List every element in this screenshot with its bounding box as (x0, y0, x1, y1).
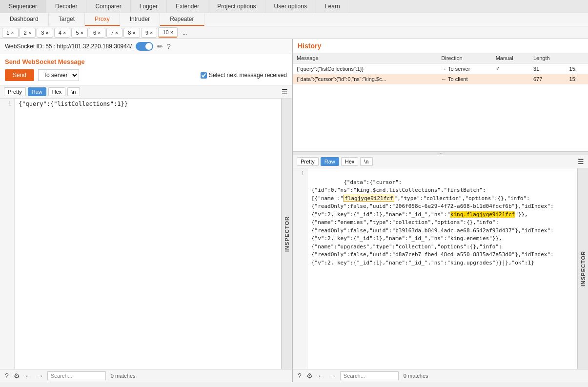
main-layout: WebSocket ID: 55 : http://101.32.220.189… (0, 39, 588, 382)
bottom-bar-left: ? ⚙ ← → 0 matches (0, 369, 292, 382)
row2-message: {"data":{"cursor":{"id":0,"ns":"king.$c.… (293, 74, 437, 84)
back-btn-right[interactable]: ← (317, 371, 325, 381)
nav-decoder[interactable]: Decoder (46, 0, 86, 13)
search-input-right[interactable] (340, 371, 399, 380)
toggle-knob (145, 43, 152, 50)
tab-more[interactable]: ... (179, 28, 191, 37)
bottom-bar-right: ? ⚙ ← → 0 matches (293, 369, 588, 382)
table-row[interactable]: {"query":{"listCollections":1}} → To ser… (293, 63, 588, 74)
line-number-1: 1 (0, 101, 11, 106)
raw-btn-bottom[interactable]: Raw (321, 157, 339, 166)
inspector-label-left: INSPECTOR (284, 216, 290, 252)
nl-btn-bottom[interactable]: \n (360, 157, 372, 166)
checkbox-text: Select next message received (209, 72, 287, 79)
history-area: History Message Direction Manual Length … (293, 39, 588, 151)
tab-9[interactable]: 9 × (141, 28, 158, 38)
pretty-btn-bottom[interactable]: Pretty (297, 157, 319, 166)
pretty-btn[interactable]: Pretty (4, 87, 26, 96)
tab-10[interactable]: 10 × (158, 27, 178, 38)
send-controls: Send To server To client Select next mes… (5, 69, 287, 81)
nav-dashboard[interactable]: Dashboard (0, 13, 49, 26)
nav-user-options[interactable]: User options (265, 0, 316, 13)
top-nav: Sequencer Decoder Comparer Logger Extend… (0, 0, 588, 13)
code-content[interactable]: {"query":{"listCollections":1}} (15, 99, 281, 369)
select-next-checkbox[interactable] (201, 72, 207, 79)
help-icon[interactable]: ? (167, 42, 171, 50)
nav-intruder[interactable]: Intruder (120, 13, 160, 26)
settings-btn-right[interactable]: ⚙ (305, 371, 314, 381)
direction-select[interactable]: To server To client (38, 69, 79, 81)
col-manual: Manual (492, 53, 529, 63)
ws-id-label: WebSocket ID: 55 : http://101.32.220.189… (5, 43, 132, 50)
tab-5[interactable]: 5 × (71, 28, 88, 38)
forward-btn-right[interactable]: → (328, 371, 337, 381)
tab-bar: 1 × 2 × 3 × 4 × 5 × 6 × 7 × 8 × 9 × 10 ×… (0, 26, 588, 39)
row1-manual: ✓ (492, 63, 529, 74)
row1-message: {"query":{"listCollections":1}} (293, 63, 437, 74)
row1-length2: 15: (566, 63, 588, 74)
tab-3[interactable]: 3 × (37, 28, 53, 38)
second-nav: Dashboard Target Proxy Intruder Repeater (0, 13, 588, 26)
inspector-label-right: INSPECTOR (580, 251, 586, 286)
row1-direction: → To server (437, 63, 491, 74)
inspector-sidebar-left[interactable]: INSPECTOR (281, 99, 292, 369)
row1-length: 31 (529, 63, 566, 74)
line-numbers: 1 (0, 99, 15, 369)
toggle-switch[interactable] (136, 42, 153, 51)
hex-btn-bottom[interactable]: Hex (341, 157, 359, 166)
col-length2 (566, 53, 588, 63)
code-editor: 1 {"query":{"listCollections":1}} INSPEC… (0, 99, 292, 369)
hex-btn[interactable]: Hex (48, 87, 66, 96)
tab-7[interactable]: 7 × (106, 28, 123, 38)
row2-length2: 15: (566, 74, 588, 84)
col-direction: Direction (437, 53, 491, 63)
history-table: Message Direction Manual Length {"query"… (293, 53, 588, 84)
settings-btn-left[interactable]: ⚙ (13, 371, 21, 381)
nav-project-options[interactable]: Project options (208, 0, 265, 13)
nav-target[interactable]: Target (49, 13, 85, 26)
send-section: Send WebSocket Message Send To server To… (0, 54, 292, 85)
bottom-toolbar: Pretty Raw Hex \n ☰ (293, 155, 588, 168)
nav-logger[interactable]: Logger (131, 0, 167, 13)
left-panel: WebSocket ID: 55 : http://101.32.220.189… (0, 39, 293, 382)
bottom-line-numbers: 1 (293, 168, 307, 369)
menu-icon[interactable]: ☰ (282, 88, 288, 96)
tab-4[interactable]: 4 × (54, 28, 71, 38)
right-panel: History Message Direction Manual Length … (293, 39, 588, 382)
tab-6[interactable]: 6 × (89, 28, 105, 38)
row2-direction: ← To client (437, 74, 491, 84)
col-message: Message (293, 53, 437, 63)
search-input-left[interactable] (47, 371, 106, 380)
row2-length: 677 (529, 74, 566, 84)
bottom-code-text: {"data":{"cursor":{"id":0,"ns":"king.$cm… (311, 179, 554, 266)
send-title: Send WebSocket Message (5, 58, 287, 65)
row2-manual (492, 74, 529, 84)
table-row[interactable]: {"data":{"cursor":{"id":0,"ns":"king.$c.… (293, 74, 588, 84)
nav-comparer[interactable]: Comparer (86, 0, 130, 13)
nav-sequencer[interactable]: Sequencer (0, 0, 46, 13)
forward-btn-left[interactable]: → (36, 371, 44, 381)
inspector-sidebar-right[interactable]: INSPECTOR (577, 168, 588, 369)
bottom-code-area: 1 {"data":{"cursor":{"id":0,"ns":"king.$… (293, 168, 588, 369)
nav-repeater[interactable]: Repeater (160, 13, 204, 26)
bottom-code-content[interactable]: {"data":{"cursor":{"id":0,"ns":"king.$cm… (307, 168, 577, 369)
send-button[interactable]: Send (5, 69, 34, 81)
raw-btn[interactable]: Raw (28, 87, 46, 96)
editor-toolbar: Pretty Raw Hex \n ☰ (0, 85, 292, 99)
h-divider[interactable]: ··· (293, 151, 588, 155)
tab-8[interactable]: 8 × (123, 28, 140, 38)
nl-btn[interactable]: \n (67, 87, 80, 96)
menu-icon-bottom[interactable]: ☰ (578, 158, 584, 165)
select-next-checkbox-label[interactable]: Select next message received (201, 72, 287, 79)
back-btn-left[interactable]: ← (24, 371, 33, 381)
help-btn-right[interactable]: ? (297, 371, 303, 381)
edit-icon[interactable]: ✏ (157, 42, 163, 50)
tab-2[interactable]: 2 × (20, 28, 36, 38)
nav-proxy[interactable]: Proxy (85, 13, 120, 26)
nav-extender[interactable]: Extender (167, 0, 208, 13)
nav-learn[interactable]: Learn (316, 0, 349, 13)
help-btn-left[interactable]: ? (4, 371, 10, 381)
tab-1[interactable]: 1 × (2, 28, 19, 38)
bottom-line-1: 1 (293, 170, 304, 176)
matches-right: 0 matches (404, 373, 428, 379)
